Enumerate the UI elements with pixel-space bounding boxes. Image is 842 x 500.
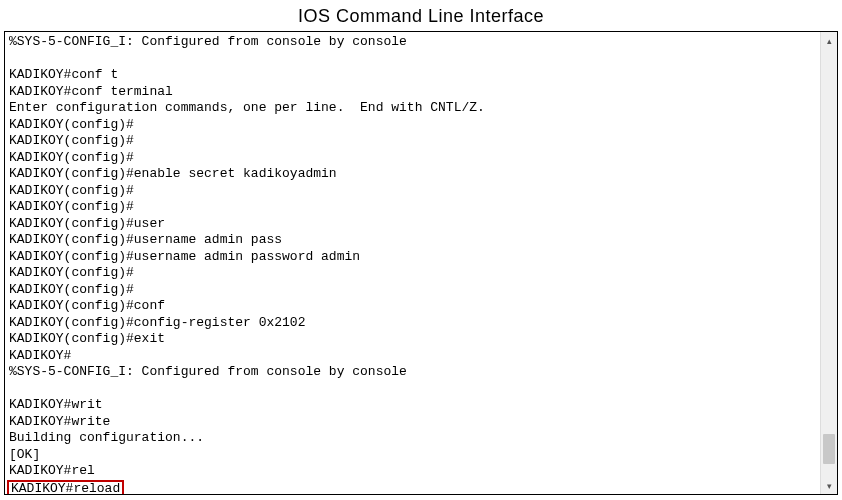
terminal-line <box>9 51 833 68</box>
terminal-line: KADIKOY(config)#enable secret kadikoyadm… <box>9 166 833 183</box>
terminal-line-highlighted: KADIKOY#reload <box>9 480 833 495</box>
highlight-box: KADIKOY#reload <box>7 480 124 495</box>
terminal-line: KADIKOY(config)# <box>9 282 833 299</box>
terminal-line: KADIKOY#write <box>9 414 833 431</box>
vertical-scrollbar[interactable]: ▴ ▾ <box>820 32 837 494</box>
scrollbar-track[interactable] <box>821 49 837 477</box>
terminal-line: KADIKOY# <box>9 348 833 365</box>
chevron-up-icon: ▴ <box>827 36 832 46</box>
terminal-line: KADIKOY(config)# <box>9 117 833 134</box>
terminal-line: KADIKOY(config)#username admin password … <box>9 249 833 266</box>
terminal-line: KADIKOY#writ <box>9 397 833 414</box>
terminal-line: KADIKOY(config)# <box>9 133 833 150</box>
chevron-down-icon: ▾ <box>827 481 832 491</box>
terminal-line: KADIKOY#conf terminal <box>9 84 833 101</box>
terminal-line: KADIKOY(config)#conf <box>9 298 833 315</box>
terminal-line: KADIKOY#conf t <box>9 67 833 84</box>
terminal-line: Enter configuration commands, one per li… <box>9 100 833 117</box>
terminal-line: KADIKOY#rel <box>9 463 833 480</box>
terminal-line: KADIKOY(config)#user <box>9 216 833 233</box>
terminal-frame: %SYS-5-CONFIG_I: Configured from console… <box>4 31 838 495</box>
terminal-line: KADIKOY(config)#exit <box>9 331 833 348</box>
terminal-line: [OK] <box>9 447 833 464</box>
terminal-line: KADIKOY(config)# <box>9 199 833 216</box>
terminal-output[interactable]: %SYS-5-CONFIG_I: Configured from console… <box>5 32 837 494</box>
scroll-up-button[interactable]: ▴ <box>821 32 838 49</box>
terminal-line: KADIKOY(config)# <box>9 183 833 200</box>
terminal-line: KADIKOY(config)#config-register 0x2102 <box>9 315 833 332</box>
window-title: IOS Command Line Interface <box>0 0 842 31</box>
scroll-down-button[interactable]: ▾ <box>821 477 838 494</box>
terminal-line: KADIKOY(config)#username admin pass <box>9 232 833 249</box>
scrollbar-thumb[interactable] <box>823 434 835 464</box>
terminal-line: KADIKOY(config)# <box>9 265 833 282</box>
terminal-line <box>9 381 833 398</box>
terminal-line: %SYS-5-CONFIG_I: Configured from console… <box>9 34 833 51</box>
terminal-line: KADIKOY(config)# <box>9 150 833 167</box>
terminal-line: %SYS-5-CONFIG_I: Configured from console… <box>9 364 833 381</box>
terminal-line: Building configuration... <box>9 430 833 447</box>
